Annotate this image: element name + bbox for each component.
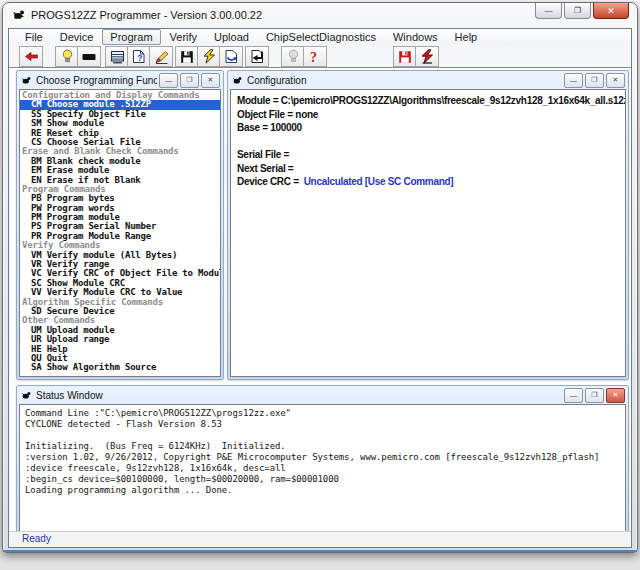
help-question-icon[interactable]: ? [303, 46, 327, 67]
chooser-title: Choose Programming Function [36, 75, 157, 86]
chooser-maximize-button[interactable]: ❐ [180, 73, 199, 88]
bulb-on-icon[interactable] [55, 46, 79, 67]
status-bar-text: Ready [9, 533, 51, 544]
device-crc-label: Device CRC = [237, 176, 304, 187]
status-log-line [25, 430, 620, 441]
close-button[interactable]: ✕ [593, 3, 629, 19]
maximize-button[interactable]: ❐ [564, 3, 591, 19]
toolbar: ? ? [9, 45, 631, 67]
menu-item-device[interactable]: Device [52, 29, 102, 45]
status-bar: Ready [9, 531, 631, 545]
device-crc-value: Uncalculated [Use SC Command] [304, 176, 454, 187]
menu-item-windows[interactable]: Windows [385, 29, 446, 45]
object-file-question-icon[interactable]: ? [127, 46, 151, 67]
configuration-window: Configuration — ❐ ✕ Module = C:\pemicro\… [227, 70, 629, 380]
configuration-line: Module = C:\pemicro\PROGS12ZZ\Algorithms… [237, 94, 619, 108]
menu-bar: FileDeviceProgramVerifyUploadChipSelectD… [9, 29, 631, 45]
status-log-line: :begin_cs device=$00100000, length=$0002… [25, 474, 620, 485]
status-log: Command Line :"C:\pemicro\PROGS12ZZ\prog… [19, 404, 626, 533]
svg-text:?: ? [137, 53, 143, 63]
configuration-maximize-button[interactable]: ❐ [585, 73, 604, 88]
app-logo-icon [21, 390, 32, 401]
command-list[interactable]: Configuration and Display CommandsCM Cho… [19, 89, 221, 377]
status-maximize-button[interactable]: ❐ [585, 388, 604, 403]
menu-item-program[interactable]: Program [102, 29, 160, 45]
menu-item-chipselectdiagnostics[interactable]: ChipSelectDiagnostics [258, 29, 384, 45]
svg-text:?: ? [310, 50, 317, 64]
configuration-minimize-button[interactable]: — [564, 73, 583, 88]
power-bolt-icon[interactable] [415, 46, 439, 67]
chooser-close-button[interactable]: ✕ [201, 73, 220, 88]
status-log-line: Command Line :"C:\pemicro\PROGS12ZZ\prog… [25, 408, 620, 419]
verify-page-arrow-icon[interactable] [219, 46, 243, 67]
configuration-line: Serial File = [237, 148, 619, 162]
device-crc-line: Device CRC = Uncalculated [Use SC Comman… [237, 175, 619, 189]
status-log-line: Loading programming algorithm ... Done. [25, 485, 620, 496]
app-logo-icon [21, 75, 32, 86]
configuration-line: Base = 100000 [237, 121, 619, 135]
status-window-title: Status Window [36, 390, 562, 401]
status-close-button[interactable]: ✕ [606, 388, 625, 403]
status-log-line: :version 1.02, 9/26/2012, Copyright P&E … [25, 452, 620, 463]
status-log-line: CYCLONE detected - Flash Version 8.53 [25, 419, 620, 430]
module-icon[interactable] [77, 46, 101, 67]
upload-page-arrow-icon[interactable] [245, 46, 269, 67]
configuration-title: Configuration [247, 75, 562, 86]
status-minimize-button[interactable]: — [564, 388, 583, 403]
minimize-button[interactable]: — [535, 3, 562, 19]
status-log-line: :device freescale, 9s12zvh128, 1x16x64k,… [25, 463, 620, 474]
chooser-minimize-button[interactable]: — [159, 73, 178, 88]
window-bottom-accent [3, 550, 637, 552]
status-window-title-bar[interactable]: Status Window — ❐ ✕ [17, 386, 628, 404]
menu-item-upload[interactable]: Upload [206, 29, 257, 45]
configuration-line: Object File = none [237, 108, 619, 122]
configuration-title-bar[interactable]: Configuration — ❐ ✕ [228, 71, 628, 89]
configuration-close-button[interactable]: ✕ [606, 73, 625, 88]
program-bolt-icon[interactable] [197, 46, 221, 67]
menu-item-file[interactable]: File [17, 29, 51, 45]
app-logo-icon [232, 75, 243, 86]
configuration-line: Next Serial = [237, 162, 619, 176]
desktop: PROGS12ZZ Programmer - Version 3.00.00.2… [0, 0, 640, 570]
menu-item-help[interactable]: Help [447, 29, 486, 45]
client-area: FileDeviceProgramVerifyUploadChipSelectD… [8, 28, 632, 548]
status-window: Status Window — ❐ ✕ Command Line :"C:\pe… [16, 385, 629, 536]
window-title: PROGS12ZZ Programmer - Version 3.00.00.2… [31, 9, 262, 21]
app-logo-icon [12, 8, 26, 22]
erase-pencil-icon[interactable] [149, 46, 173, 67]
back-arrow-icon[interactable] [19, 46, 43, 67]
memory-grid-icon[interactable] [105, 46, 129, 67]
choose-programming-function-window: Choose Programming Function — ❐ ✕ Config… [16, 70, 224, 380]
configuration-lines: Module = C:\pemicro\PROGS12ZZ\Algorithms… [237, 94, 619, 175]
save-floppy-icon[interactable] [175, 46, 199, 67]
status-log-line: Initializing. (Bus Freq = 6124KHz) Initi… [25, 441, 620, 452]
title-bar[interactable]: PROGS12ZZ Programmer - Version 3.00.00.2… [3, 3, 637, 27]
window-controls: — ❐ ✕ [533, 3, 629, 19]
serial-save-floppy-icon[interactable] [393, 46, 417, 67]
app-window: PROGS12ZZ Programmer - Version 3.00.00.2… [2, 2, 638, 553]
bulb-off-icon[interactable] [281, 46, 305, 67]
chooser-title-bar[interactable]: Choose Programming Function — ❐ ✕ [17, 71, 223, 89]
mdi-workspace: Choose Programming Function — ❐ ✕ Config… [9, 67, 631, 537]
menu-item-verify[interactable]: Verify [162, 29, 206, 45]
command-item[interactable]: SA Show Algorithm Source [20, 363, 220, 372]
configuration-line [237, 135, 619, 149]
configuration-body: Module = C:\pemicro\PROGS12ZZ\Algorithms… [230, 89, 626, 377]
